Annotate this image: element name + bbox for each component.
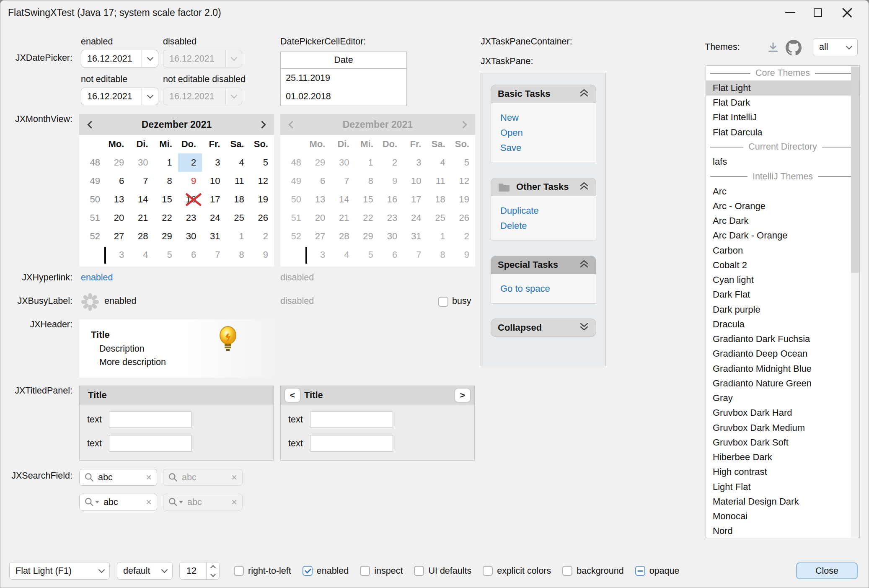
calendar-day-cell[interactable]: 29 xyxy=(106,153,130,172)
calendar-day-cell[interactable]: 22 xyxy=(154,209,178,227)
text-input[interactable] xyxy=(310,435,393,452)
theme-item-high-contrast[interactable]: High contrast xyxy=(706,465,859,479)
calendar-day-cell[interactable]: 9 xyxy=(178,172,202,190)
clear-search-icon[interactable]: × xyxy=(146,472,157,482)
scale-combo[interactable]: default xyxy=(117,562,173,580)
calendar-day-cell[interactable]: 6 xyxy=(178,246,202,264)
theme-item-flat-darcula[interactable]: Flat Darcula xyxy=(706,125,859,140)
calendar-day-cell[interactable]: 15 xyxy=(154,190,178,209)
theme-item-gruvbox-dark-medium[interactable]: Gruvbox Dark Medium xyxy=(706,420,859,435)
theme-item-flat-intellij[interactable]: Flat IntelliJ xyxy=(706,110,859,125)
close-window-button[interactable] xyxy=(833,0,861,25)
calendar-day-cell[interactable]: 17 xyxy=(202,190,226,209)
checkbox-box[interactable] xyxy=(234,566,244,576)
calendar-day-cell[interactable]: 2 xyxy=(178,153,202,172)
calendar-day-cell[interactable]: 5 xyxy=(154,246,178,264)
calendar-day-cell[interactable]: 20 xyxy=(106,209,130,227)
hyperlink-enabled[interactable]: enabled xyxy=(81,272,113,283)
checkbox-ui-defaults[interactable]: UI defaults xyxy=(414,566,471,576)
search-field[interactable]: abc× xyxy=(79,469,157,486)
theme-item-arc-dark[interactable]: Arc Dark xyxy=(706,214,859,228)
search-icon[interactable] xyxy=(80,473,94,482)
checkbox-background[interactable]: background xyxy=(562,566,623,576)
theme-item-hiberbee-dark[interactable]: Hiberbee Dark xyxy=(706,450,859,465)
theme-item-gradianto-deep-ocean[interactable]: Gradianto Deep Ocean xyxy=(706,347,859,361)
calendar-day-cell[interactable]: 29 xyxy=(154,227,178,246)
calendar-day-cell[interactable]: 30 xyxy=(178,227,202,246)
theme-item-carbon[interactable]: Carbon xyxy=(706,243,859,258)
task-pane-header[interactable]: Other Tasks xyxy=(491,178,596,196)
calendar-day-cell[interactable]: 19 xyxy=(250,190,274,209)
busy-checkbox[interactable] xyxy=(438,297,448,307)
theme-item-monocai[interactable]: Monocai xyxy=(706,509,859,524)
calendar-day-cell[interactable]: 12 xyxy=(250,172,274,190)
theme-item-gruvbox-dark-hard[interactable]: Gruvbox Dark Hard xyxy=(706,406,859,420)
task-link-new[interactable]: New xyxy=(500,110,596,125)
theme-item-flat-dark[interactable]: Flat Dark xyxy=(706,96,859,110)
search-field[interactable]: abc× xyxy=(79,494,157,510)
laf-combo[interactable]: Flat Light (F1) xyxy=(9,562,110,580)
calendar-day-cell[interactable]: 6 xyxy=(106,172,130,190)
calendar-day-cell[interactable]: 25 xyxy=(226,209,250,227)
calendar-day-cell[interactable]: 1 xyxy=(154,153,178,172)
checkbox-box[interactable] xyxy=(483,566,493,576)
font-size-spinner[interactable]: 12 xyxy=(179,562,220,580)
theme-item-gruvbox-dark-soft[interactable]: Gruvbox Dark Soft xyxy=(706,435,859,450)
theme-item-material-design-dark[interactable]: Material Design Dark xyxy=(706,494,859,509)
theme-item-gradianto-nature-green[interactable]: Gradianto Nature Green xyxy=(706,376,859,391)
text-input[interactable] xyxy=(310,411,393,428)
theme-item-gradianto-midnight-blue[interactable]: Gradianto Midnight Blue xyxy=(706,361,859,376)
checkbox-right-to-left[interactable]: right-to-left xyxy=(234,566,291,576)
calendar-day-cell[interactable]: 11 xyxy=(226,172,250,190)
task-pane-header[interactable]: Collapsed xyxy=(491,319,596,337)
calendar-day-cell[interactable]: 9 xyxy=(250,246,274,264)
task-link-open[interactable]: Open xyxy=(500,125,596,140)
calendar-day-cell[interactable]: 16 xyxy=(178,190,202,209)
calendar-day-cell[interactable]: 3 xyxy=(106,246,130,264)
theme-item-lafs[interactable]: lafs xyxy=(706,155,859,169)
calendar-day-cell[interactable]: 21 xyxy=(130,209,154,227)
calendar-day-cell[interactable]: 8 xyxy=(226,246,250,264)
clear-search-icon[interactable]: × xyxy=(146,497,157,507)
theme-item-nord[interactable]: Nord xyxy=(706,524,859,538)
checkbox-opaque[interactable]: opaque xyxy=(635,566,680,576)
calendar-day-cell[interactable]: 5 xyxy=(250,153,274,172)
themes-filter-combo[interactable]: all xyxy=(813,38,858,56)
next-month-icon[interactable] xyxy=(258,121,266,128)
theme-item-gradianto-dark-fuchsia[interactable]: Gradianto Dark Fuchsia xyxy=(706,332,859,347)
theme-item-gray[interactable]: Gray xyxy=(706,391,859,406)
date-picker-dropdown-button[interactable] xyxy=(142,88,158,105)
text-input[interactable] xyxy=(109,435,192,452)
task-pane-header[interactable]: Special Tasks xyxy=(491,256,596,274)
calendar-day-cell[interactable]: 13 xyxy=(106,190,130,209)
prev-month-icon[interactable] xyxy=(87,121,95,128)
theme-item-arc[interactable]: Arc xyxy=(706,184,859,199)
calendar-day-cell[interactable]: 18 xyxy=(226,190,250,209)
date-picker-not-editable[interactable]: 16.12.2021 xyxy=(81,88,158,105)
task-link-duplicate[interactable]: Duplicate xyxy=(500,203,596,218)
checkbox-box[interactable] xyxy=(303,566,313,576)
titled-panel-right-button[interactable]: > xyxy=(455,389,470,402)
task-link-go-to-space[interactable]: Go to space xyxy=(500,281,596,296)
task-pane-header[interactable]: Basic Tasks xyxy=(491,85,596,103)
close-button[interactable]: Close xyxy=(796,562,858,579)
calendar-day-cell[interactable]: 27 xyxy=(106,227,130,246)
minimize-button[interactable] xyxy=(776,0,804,25)
checkbox-enabled[interactable]: enabled xyxy=(303,566,349,576)
task-link-delete[interactable]: Delete xyxy=(500,218,596,233)
scrollbar-thumb[interactable] xyxy=(851,67,859,273)
calendar-day-cell[interactable]: 30 xyxy=(130,153,154,172)
calendar-day-cell[interactable]: 26 xyxy=(250,209,274,227)
theme-item-dark-purple[interactable]: Dark purple xyxy=(706,302,859,317)
calendar-day-cell[interactable]: 28 xyxy=(130,227,154,246)
theme-item-dracula[interactable]: Dracula xyxy=(706,317,859,332)
theme-item-cobalt-2[interactable]: Cobalt 2 xyxy=(706,258,859,272)
calendar-day-cell[interactable]: 10 xyxy=(202,172,226,190)
table-row[interactable]: 25.11.2019 xyxy=(281,69,406,87)
date-picker-enabled[interactable]: 16.12.2021 xyxy=(81,50,158,67)
theme-item-dark-flat[interactable]: Dark Flat xyxy=(706,288,859,302)
checkbox-explicit-colors[interactable]: explicit colors xyxy=(483,566,551,576)
checkbox-box[interactable] xyxy=(360,566,370,576)
checkbox-inspect[interactable]: inspect xyxy=(360,566,403,576)
checkbox-box[interactable] xyxy=(414,566,424,576)
